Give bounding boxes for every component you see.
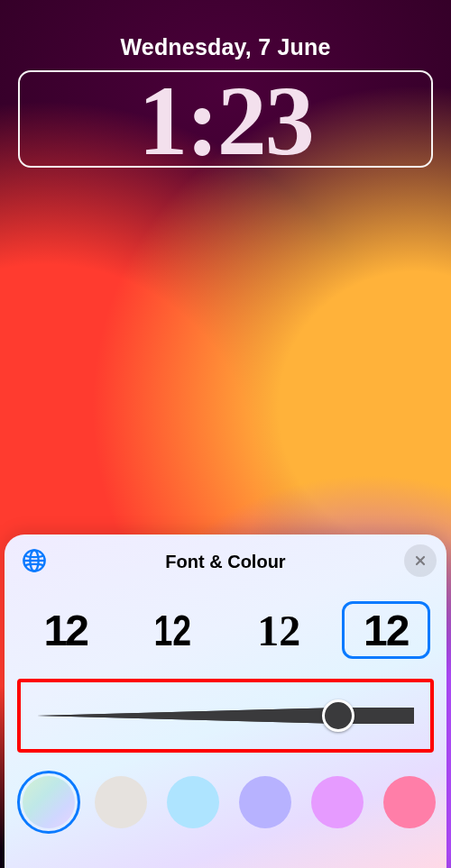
- font-option-3[interactable]: 12: [235, 601, 324, 659]
- date-label: Wednesday, 7 June: [0, 34, 451, 60]
- slider-track: [37, 707, 414, 725]
- swatch-fill: [311, 776, 364, 828]
- font-weight-slider[interactable]: [37, 698, 414, 734]
- swatch-fill: [23, 776, 75, 828]
- color-swatch-2[interactable]: [95, 776, 147, 828]
- font-option-4[interactable]: 12: [342, 601, 431, 659]
- globe-icon: [22, 548, 47, 573]
- clock-widget[interactable]: 1:23: [18, 70, 433, 168]
- slider-thumb[interactable]: [322, 699, 354, 732]
- font-weight-slider-highlight: [17, 679, 434, 753]
- font-style-row: 12 12 12 12: [17, 601, 434, 659]
- color-swatch-row: [17, 776, 434, 828]
- swatch-fill: [239, 776, 291, 828]
- swatch-fill: [383, 776, 436, 828]
- svg-marker-6: [37, 708, 342, 724]
- font-option-1[interactable]: 12: [21, 601, 110, 659]
- globe-button[interactable]: [19, 545, 50, 576]
- color-swatch-6[interactable]: [383, 776, 436, 828]
- swatch-fill: [167, 776, 219, 828]
- clock-time: 1:23: [138, 71, 313, 170]
- color-swatch-5[interactable]: [311, 776, 364, 828]
- color-swatch-4[interactable]: [239, 776, 291, 828]
- color-swatch-1[interactable]: [23, 776, 75, 828]
- color-swatch-3[interactable]: [167, 776, 219, 828]
- lock-screen-editor: Wednesday, 7 June 1:23 Font & Colour: [0, 0, 451, 868]
- font-option-2[interactable]: 12: [137, 601, 207, 659]
- swatch-fill: [95, 776, 147, 828]
- sheet-header: Font & Colour: [17, 547, 434, 576]
- close-icon: [413, 553, 428, 568]
- close-button[interactable]: [404, 544, 437, 577]
- sheet-title: Font & Colour: [165, 552, 285, 572]
- font-colour-sheet: Font & Colour 12 12 12 12: [5, 535, 446, 868]
